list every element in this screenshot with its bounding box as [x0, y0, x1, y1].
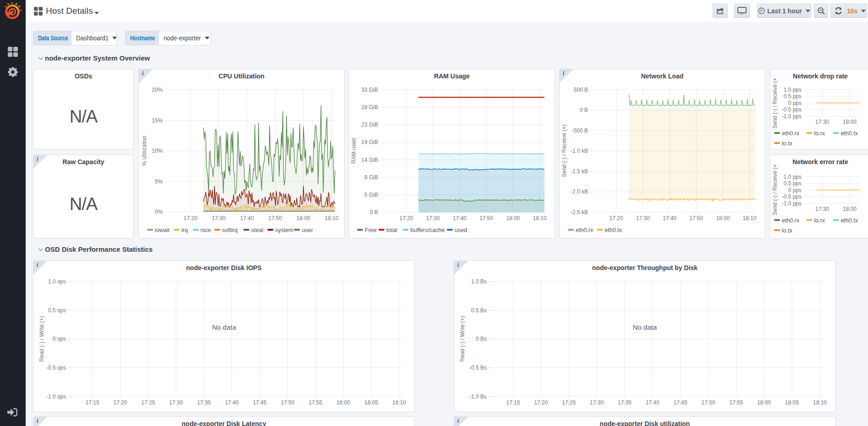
svg-text:nice: nice: [201, 227, 211, 233]
svg-text:18:10: 18:10: [533, 215, 547, 221]
svg-text:17:30: 17:30: [212, 215, 225, 221]
svg-text:18:10: 18:10: [813, 399, 827, 406]
svg-text:Read (-) / Write (+): Read (-) / Write (+): [38, 316, 45, 362]
svg-text:0 Bs: 0 Bs: [476, 336, 487, 342]
svg-text:-500 B: -500 B: [572, 127, 588, 134]
svg-text:18:10: 18:10: [325, 215, 339, 221]
svg-text:Send (-) / Receive (+: Send (-) / Receive (+: [772, 164, 778, 215]
svg-text:1.0 Bs: 1.0 Bs: [471, 278, 487, 285]
svg-text:-2.5 kB: -2.5 kB: [571, 209, 588, 216]
svg-text:18:05: 18:05: [785, 399, 799, 406]
svg-text:% Utilization: % Utilization: [141, 136, 148, 166]
svg-text:17:50: 17:50: [280, 399, 294, 406]
svg-text:17:20: 17:20: [113, 399, 127, 406]
svg-text:0 pps: 0 pps: [788, 187, 802, 194]
svg-text:buffers/cache: buffers/cache: [411, 227, 445, 233]
svg-text:-0.5 ops: -0.5 ops: [46, 365, 66, 371]
svg-text:1.0 ops: 1.0 ops: [48, 278, 66, 285]
svg-text:17:35: 17:35: [197, 399, 211, 406]
svg-text:17:30: 17:30: [169, 399, 183, 406]
svg-text:-0.5 pps: -0.5 pps: [782, 194, 802, 200]
svg-text:0 ops: 0 ops: [53, 336, 66, 342]
svg-text:17:30: 17:30: [815, 119, 829, 125]
svg-text:eth0.rx: eth0.rx: [782, 130, 800, 137]
svg-text:17:25: 17:25: [562, 399, 576, 406]
svg-text:500 B: 500 B: [574, 87, 588, 93]
svg-text:user: user: [302, 227, 313, 233]
svg-text:No data: No data: [212, 323, 236, 331]
svg-text:17:40: 17:40: [453, 215, 467, 221]
svg-text:-1.0 pps: -1.0 pps: [782, 200, 802, 207]
svg-text:17:40: 17:40: [240, 215, 254, 221]
svg-text:lo.tx: lo.tx: [782, 227, 793, 234]
svg-text:15%: 15%: [152, 117, 163, 124]
svg-text:Send (-) / Receive (+): Send (-) / Receive (+): [561, 124, 567, 177]
svg-text:17:35: 17:35: [618, 399, 632, 406]
svg-text:0 B: 0 B: [370, 209, 378, 216]
svg-text:33 GiB: 33 GiB: [361, 87, 378, 93]
svg-text:-0.5 pps: -0.5 pps: [782, 106, 802, 113]
svg-text:eth0.tx: eth0.tx: [841, 217, 858, 224]
svg-text:0 B: 0 B: [580, 107, 588, 113]
svg-text:lo.rx: lo.rx: [814, 130, 825, 137]
svg-text:18:00: 18:00: [843, 119, 857, 125]
svg-text:0.5 ops: 0.5 ops: [48, 307, 66, 314]
svg-text:system: system: [275, 227, 294, 233]
svg-text:lo.rx: lo.rx: [814, 217, 825, 224]
svg-text:20%: 20%: [152, 87, 163, 93]
svg-text:1.0 pps: 1.0 pps: [784, 87, 802, 93]
svg-text:5%: 5%: [155, 178, 163, 185]
svg-text:-1.0 kB: -1.0 kB: [571, 148, 588, 154]
svg-text:total: total: [386, 227, 397, 233]
svg-text:Send (-) / Receive (+: Send (-) / Receive (+: [772, 77, 778, 128]
svg-text:17:45: 17:45: [253, 399, 267, 406]
svg-text:steal: steal: [251, 227, 263, 233]
svg-text:1.0 pps: 1.0 pps: [784, 174, 802, 180]
svg-text:-1.0 pps: -1.0 pps: [782, 113, 802, 120]
svg-text:17:55: 17:55: [308, 399, 322, 406]
svg-text:17:40: 17:40: [225, 399, 239, 406]
svg-text:eth0.rx: eth0.rx: [576, 227, 593, 233]
svg-text:17:30: 17:30: [426, 215, 440, 221]
svg-text:18:00: 18:00: [843, 206, 857, 212]
svg-text:-1.0 Bs: -1.0 Bs: [469, 393, 487, 400]
svg-text:17:50: 17:50: [479, 215, 493, 221]
svg-text:10%: 10%: [152, 148, 163, 154]
svg-text:18:00: 18:00: [506, 215, 520, 221]
svg-text:17:15: 17:15: [86, 399, 99, 406]
svg-text:eth0.tx: eth0.tx: [841, 130, 858, 137]
svg-text:17:20: 17:20: [184, 215, 198, 221]
svg-text:-0.5 Bs: -0.5 Bs: [469, 365, 487, 371]
svg-text:0%: 0%: [155, 209, 163, 215]
svg-text:18:00: 18:00: [297, 215, 310, 221]
svg-text:18:00: 18:00: [757, 399, 771, 406]
svg-text:17:30: 17:30: [815, 206, 829, 212]
svg-text:Read (-) / Write (+): Read (-) / Write (+): [459, 316, 466, 362]
svg-text:9 GiB: 9 GiB: [364, 174, 378, 181]
svg-text:-1.0 ops: -1.0 ops: [46, 393, 66, 400]
svg-text:17:55: 17:55: [729, 399, 743, 406]
svg-text:5 GiB: 5 GiB: [364, 192, 378, 198]
svg-text:iowait: iowait: [155, 227, 170, 233]
svg-text:eth0.rx: eth0.rx: [782, 217, 800, 224]
svg-text:eth0.tx: eth0.tx: [605, 227, 622, 233]
svg-text:23 GiB: 23 GiB: [361, 122, 378, 128]
svg-text:0.5 pps: 0.5 pps: [784, 93, 802, 100]
svg-text:18:10: 18:10: [743, 215, 757, 221]
svg-text:28 GiB: 28 GiB: [361, 104, 378, 111]
svg-text:17:20: 17:20: [534, 399, 548, 406]
svg-text:0.5 Bs: 0.5 Bs: [471, 307, 487, 314]
svg-text:-1.5 kB: -1.5 kB: [571, 168, 588, 175]
svg-text:18:00: 18:00: [336, 399, 350, 406]
svg-text:softirq: softirq: [222, 227, 238, 233]
svg-text:RAM used: RAM used: [351, 138, 357, 164]
svg-text:17:30: 17:30: [636, 215, 650, 221]
svg-text:17:50: 17:50: [689, 215, 703, 221]
svg-text:17:50: 17:50: [701, 399, 715, 406]
svg-text:irq: irq: [181, 227, 188, 233]
svg-text:17:25: 17:25: [141, 399, 155, 406]
svg-text:17:40: 17:40: [646, 399, 659, 406]
svg-text:17:45: 17:45: [674, 399, 687, 406]
svg-text:14 GiB: 14 GiB: [361, 157, 378, 163]
svg-text:No data: No data: [633, 323, 657, 331]
